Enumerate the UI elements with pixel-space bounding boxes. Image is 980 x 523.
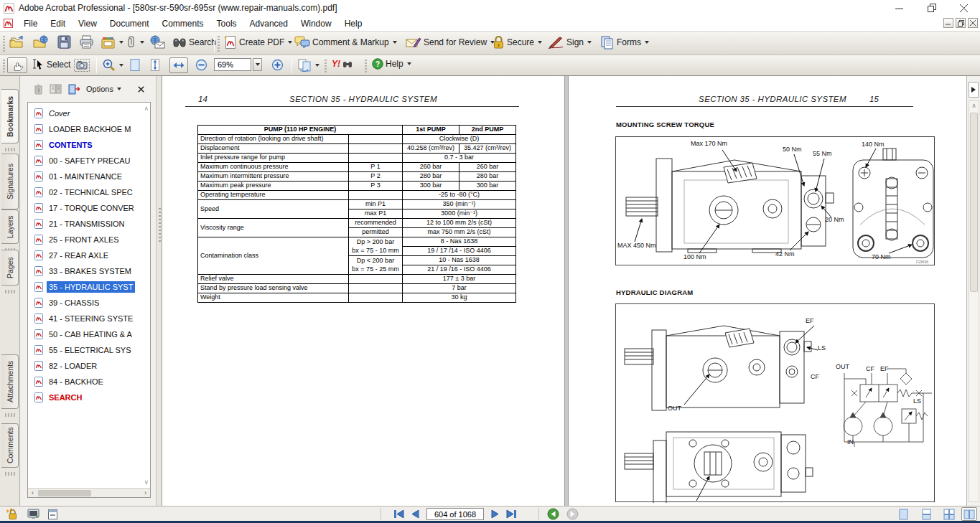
bookmark-item[interactable]: 41 - STEERING SYSTE — [28, 311, 143, 326]
forms-dropdown-arrow[interactable] — [645, 41, 649, 44]
help-dropdown-arrow[interactable] — [407, 62, 411, 65]
bookmark-item[interactable]: 27 - REAR AXLE — [28, 248, 143, 263]
hscroll-left-arrow[interactable]: ‹ — [28, 489, 37, 496]
search-button[interactable]: Search — [172, 35, 216, 49]
print-button[interactable] — [79, 35, 94, 49]
panel-splitter[interactable] — [156, 76, 162, 506]
window-minimize-button[interactable] — [883, 0, 915, 16]
hscroll-thumb[interactable] — [38, 490, 91, 496]
page-display-button[interactable] — [297, 58, 319, 72]
select-tool-button[interactable]: Select — [32, 58, 70, 71]
scroll-up-arrow[interactable]: ∧ — [969, 102, 979, 109]
bookmark-item[interactable]: 35 - HYDRAULIC SYST — [28, 279, 143, 295]
fit-width-button[interactable] — [169, 57, 188, 73]
bookmark-item[interactable]: SEARCH — [28, 390, 143, 405]
comment-markup-dropdown-arrow[interactable] — [393, 41, 397, 44]
doc-restore-button[interactable] — [956, 18, 966, 28]
bookmarks-scroll-down[interactable]: ∨ — [144, 479, 149, 486]
zoom-in-button[interactable] — [271, 59, 284, 71]
bookmark-item[interactable]: 50 - CAB HEATING & A — [28, 326, 143, 342]
window-close-button[interactable] — [948, 0, 980, 16]
menu-view[interactable]: View — [72, 17, 103, 30]
previous-page-button[interactable] — [411, 509, 419, 519]
bookmark-item[interactable]: 17 - TORQUE CONVER — [28, 200, 143, 216]
first-page-button[interactable] — [393, 509, 404, 519]
sidebar-tab-signatures[interactable]: Signatures — [1, 154, 19, 209]
open-button[interactable] — [9, 35, 24, 50]
fit-height-button[interactable] — [149, 58, 161, 72]
expand-howto-button[interactable] — [969, 82, 979, 98]
screen-mode-icon[interactable] — [27, 506, 39, 522]
attach-dropdown-arrow[interactable] — [140, 41, 144, 44]
next-page-button[interactable] — [491, 509, 499, 519]
zoom-level-input[interactable] — [214, 58, 251, 71]
menu-comments[interactable]: Comments — [156, 17, 210, 30]
organizer-button[interactable] — [101, 35, 123, 50]
doc-close-button[interactable] — [968, 18, 978, 28]
window-restore-button[interactable] — [915, 0, 948, 16]
zoom-tool-dropdown-arrow[interactable] — [119, 64, 123, 67]
bookmark-item[interactable]: Cover — [28, 105, 143, 121]
bookmark-item[interactable]: 39 - CHASSIS — [28, 295, 143, 311]
bookmark-item[interactable]: LOADER BACKHOE M — [28, 121, 143, 137]
sign-dropdown-arrow[interactable] — [587, 41, 592, 44]
menu-edit[interactable]: Edit — [44, 17, 72, 30]
email-button[interactable] — [149, 35, 165, 50]
organizer-dropdown-arrow[interactable] — [119, 41, 123, 44]
menu-tools[interactable]: Tools — [210, 17, 243, 30]
sidebar-tab-layers[interactable]: Layers — [1, 209, 19, 244]
continuous-view-button[interactable] — [918, 506, 934, 522]
attach-button[interactable] — [126, 35, 144, 50]
menu-document[interactable]: Document — [103, 17, 156, 30]
bookmark-item[interactable]: 02 - TECHNICAL SPEC — [28, 184, 143, 200]
sidebar-tab-attachments[interactable]: Attachments — [1, 354, 19, 409]
fit-page-button[interactable] — [129, 58, 141, 72]
bookmark-item[interactable]: 55 - ELECTRICAL SYS — [28, 342, 143, 358]
bookmark-item[interactable]: 82 - LOADER — [28, 358, 143, 374]
bookmark-item[interactable]: 25 - FRONT AXLES — [28, 232, 143, 248]
next-view-button[interactable] — [566, 508, 579, 520]
menu-help[interactable]: Help — [338, 17, 369, 30]
bookmarks-horizontal-scrollbar[interactable]: ‹ › — [28, 488, 150, 497]
zoom-out-button[interactable] — [195, 59, 207, 71]
bookmarks-options-button[interactable]: Options — [86, 85, 121, 93]
menu-window[interactable]: Window — [294, 17, 338, 30]
previous-view-button[interactable] — [547, 508, 559, 520]
bookmarks-scroll-up[interactable]: ∧ — [144, 105, 149, 112]
sidebar-tab-comments[interactable]: Comments — [1, 423, 19, 468]
secure-dropdown-arrow[interactable] — [538, 41, 542, 44]
create-pdf-button[interactable]: Create PDF — [223, 35, 292, 50]
toolbar-toggle-icon[interactable] — [47, 506, 58, 522]
bookmark-item[interactable]: CONTENTS — [28, 137, 143, 153]
yahoo-search-button[interactable]: Y! — [332, 59, 353, 69]
delete-bookmark-icon[interactable] — [34, 84, 43, 95]
security-status-icon[interactable] — [6, 506, 19, 522]
sign-button[interactable]: Sign — [547, 35, 592, 50]
page-display-dropdown-arrow[interactable] — [315, 64, 319, 67]
bookmark-item[interactable]: 00 - SAFETY PRECAU — [28, 153, 143, 169]
send-for-review-button[interactable]: Send for Review — [406, 35, 495, 50]
forms-button[interactable]: Forms — [600, 35, 649, 50]
create-pdf-dropdown-arrow[interactable] — [288, 41, 292, 44]
vertical-scrollbar[interactable]: ∧ — [969, 100, 979, 502]
last-page-button[interactable] — [506, 509, 517, 519]
comment-markup-button[interactable]: Comment & Markup — [294, 35, 397, 50]
facing-view-button[interactable] — [961, 506, 977, 522]
snapshot-tool-button[interactable] — [73, 58, 90, 72]
scroll-thumb[interactable] — [970, 113, 978, 292]
menu-advanced[interactable]: Advanced — [243, 17, 294, 30]
menu-file[interactable]: File — [17, 17, 44, 30]
bookmark-item[interactable]: 33 - BRAKES SYSTEM — [28, 263, 143, 279]
zoom-level-dropdown-arrow[interactable] — [253, 58, 262, 71]
close-panel-icon[interactable] — [138, 86, 144, 93]
doc-minimize-button[interactable] — [943, 18, 953, 28]
bookmark-item[interactable]: 84 - BACKHOE — [28, 374, 143, 390]
expand-bookmarks-icon[interactable] — [50, 84, 62, 94]
secure-button[interactable]: Secure — [493, 35, 542, 50]
hand-tool-button[interactable] — [7, 57, 27, 73]
bookmark-item[interactable]: 21 - TRANSMISSION — [28, 216, 143, 232]
single-page-view-button[interactable] — [895, 506, 911, 522]
document-view[interactable]: 14 SECTION 35 - HYDRAULIC SYSTEM PUMP (1… — [162, 76, 966, 506]
zoom-tool-button[interactable] — [102, 58, 123, 72]
continuous-facing-view-button[interactable] — [941, 506, 957, 522]
